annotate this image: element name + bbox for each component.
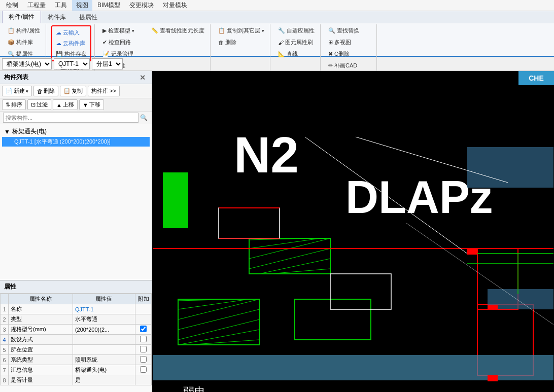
close-component-list[interactable]: ✕ [137, 74, 148, 82]
canvas-area[interactable]: N2 DLAPz [152, 71, 554, 392]
prop-row-2-addon [135, 314, 152, 325]
prop-row-7-num: 7 [1, 365, 9, 375]
prop-row-8-addon [135, 375, 152, 385]
btn-c-delete[interactable]: ✖ C删除 [326, 49, 373, 59]
btn-sort[interactable]: ⇅ 排序 [2, 99, 26, 110]
btn-filter[interactable]: ⊡ 过滤 [27, 99, 51, 110]
properties-table: 属性名称 属性值 附加 1 名称 QJTT-1 [0, 294, 152, 385]
menu-engineering[interactable]: 工程量 [23, 0, 50, 11]
cad-cyan-rect-1 [467, 147, 553, 188]
delete-comp-icon: 🗑 [37, 88, 43, 94]
prop-row-5-name: 所在位置 [9, 345, 73, 355]
menu-quantity[interactable]: 对量模块 [159, 0, 191, 11]
select-component-type[interactable]: 桥架通头(电) [2, 58, 52, 69]
tree-item-qjtt1[interactable]: QJTT-1 [水平弯通 (200*200)(200*200)] [2, 137, 150, 147]
save-comp2-icon: 💾 [56, 51, 63, 57]
btn-delete-component[interactable]: 🗑 删除 [33, 86, 58, 96]
properties-header: 属性 [0, 280, 152, 294]
menu-tools[interactable]: 工具 [51, 0, 71, 11]
select-layer[interactable]: 分层1 [92, 58, 123, 69]
btn-adaptive[interactable]: 🔧 自适应属性 [275, 25, 317, 36]
prop-row-3-addon[interactable] [135, 325, 152, 335]
cad-red-sq-3 [488, 375, 498, 381]
new-icon: 📄 [6, 88, 13, 94]
prop-row-4-value[interactable] [73, 335, 135, 345]
properties-content: 属性名称 属性值 附加 1 名称 QJTT-1 [0, 294, 152, 392]
prop-row-1-value[interactable]: QJTT-1 [73, 304, 135, 314]
prop-row-7-name: 汇总信息 [9, 365, 73, 375]
component-list-header: 构件列表 ✕ [0, 71, 152, 84]
col-name: 属性名称 [9, 294, 73, 304]
menu-bar: 绘制 工程量 工具 视图 BIM模型 变更模块 对量模块 [0, 0, 554, 11]
prop-row-8-name: 是否计量 [9, 375, 73, 385]
prop-row-5-addon[interactable] [135, 345, 152, 355]
ribbon-tab-attr[interactable]: 提属性 [73, 11, 104, 23]
copy-comp-icon: 📋 [63, 88, 71, 94]
btn-copy-component[interactable]: 📋 复制 [60, 86, 86, 96]
prop-row-1-num: 1 [1, 304, 9, 314]
ti-attr-icon: 🔍 [8, 51, 15, 57]
down-icon: ▼ [83, 102, 88, 108]
btn-new-component[interactable]: 📄 新建 ▾ [2, 86, 32, 96]
tree-group-bridge-head-header[interactable]: ▼ 桥架通头(电) [2, 126, 150, 137]
ribbon-tab-component-attr[interactable]: 构件/属性 [2, 11, 41, 23]
btn-find-replace[interactable]: 🔍 查找替换 [326, 25, 373, 36]
menu-draw[interactable]: 绘制 [2, 0, 22, 11]
btn-move-up[interactable]: ▲ 上移 [53, 99, 78, 110]
btn-component-library[interactable]: 构件库 >> [88, 86, 120, 96]
prop-row-2-num: 2 [1, 314, 9, 325]
btn-line[interactable]: 📐 直线 [275, 49, 317, 59]
btn-copy-layer[interactable]: 📋 复制到其它层 ▾ [216, 25, 267, 36]
prop-row-7-addon[interactable] [135, 365, 152, 375]
find-icon: 🔍 [328, 27, 335, 34]
btn-component-attr[interactable]: 📋 构件/属性 [5, 25, 43, 36]
prop-row-4-checkbox[interactable] [140, 336, 147, 342]
prop-row-6-checkbox[interactable] [140, 356, 147, 363]
sort-icon: ⇅ [6, 101, 10, 108]
btn-multi-view[interactable]: ⊞ 多视图 [326, 37, 373, 48]
prop-row-7-checkbox[interactable] [140, 366, 147, 373]
ribbon-tab-component-lib[interactable]: 构件库 [41, 11, 73, 23]
col-num [1, 294, 9, 304]
prop-row-8-value: 是 [73, 375, 135, 385]
prop-row-6-addon[interactable] [135, 355, 152, 365]
btn-patch-cad[interactable]: ✏ 补画CAD [326, 60, 373, 71]
prop-row-5-num: 5 [1, 345, 9, 355]
prop-row-5-checkbox[interactable] [140, 346, 147, 352]
prop-row-8: 8 是否计量 是 [1, 375, 152, 385]
check-model-icon: ▶ [102, 27, 107, 34]
btn-attr-brush[interactable]: 🖌 图元属性刷 [275, 37, 317, 48]
prop-row-3-checkbox[interactable] [140, 326, 147, 332]
search-input[interactable] [3, 113, 138, 123]
btn-cloud-lib[interactable]: ☁ 云构件库 [53, 38, 89, 49]
cad-text-electric: 弱电 [183, 385, 205, 392]
btn-check-model[interactable]: ▶ 检查模型 ▾ [100, 25, 146, 36]
menu-bim[interactable]: BIM模型 [93, 0, 124, 11]
left-panel: 构件列表 ✕ 📄 新建 ▾ 🗑 删除 📋 复制 构件库 >> [0, 71, 152, 392]
prop-row-7: 7 汇总信息 桥架通头(电) [1, 365, 152, 375]
prop-row-6-name: 系统类型 [9, 355, 73, 365]
prop-row-5-value [73, 345, 135, 355]
btn-move-down[interactable]: ▼ 下移 [79, 99, 104, 110]
up-icon: ▲ [56, 102, 62, 108]
select-component-name[interactable]: QJTT-1 [54, 58, 90, 69]
component-attr-icon: 📋 [8, 27, 15, 34]
prop-name-link[interactable]: QJTT-1 [75, 306, 94, 312]
btn-line-length[interactable]: 📏 查看线性图元长度 [149, 25, 207, 36]
prop-row-6: 6 系统类型 照明系统 [1, 355, 152, 365]
c-delete-icon: ✖ [328, 51, 333, 57]
che-tab[interactable]: CHE [518, 71, 554, 85]
btn-cloud-input[interactable]: ☁ 云输入 [53, 27, 89, 38]
btn-check-loop[interactable]: ✔ 检查回路 [100, 37, 146, 48]
prop-row-5: 5 所在位置 [1, 345, 152, 355]
prop-row-2-name: 类型 [9, 314, 73, 325]
btn-component-lib[interactable]: 📦 构件库 [5, 37, 43, 48]
menu-change[interactable]: 变更模块 [125, 0, 158, 11]
menu-view[interactable]: 视图 [72, 0, 92, 11]
search-button[interactable]: 🔍 [138, 113, 149, 123]
btn-delete[interactable]: 🗑 删除 [216, 37, 267, 48]
line-icon: 📐 [278, 51, 285, 57]
prop-row-4-addon[interactable] [135, 335, 152, 345]
multi-view-icon: ⊞ [328, 39, 333, 46]
col-addon: 附加 [135, 294, 152, 304]
